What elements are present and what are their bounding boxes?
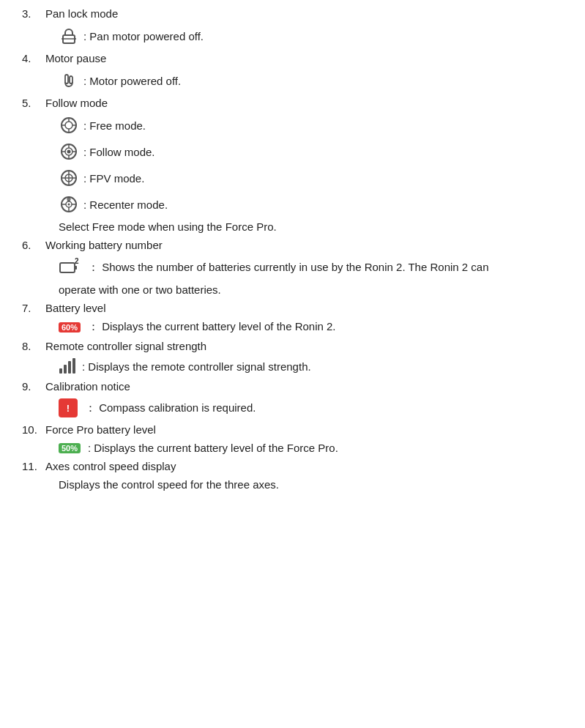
sub-item-6-1-text: ： Shows the number of batteries currentl… bbox=[88, 261, 489, 275]
item-number-11: 11. bbox=[22, 460, 45, 472]
content-area: 3. Pan lock mode : Pan motor powered off… bbox=[22, 7, 563, 491]
list-item-9: 9. Calibration notice ! ： Compass calibr… bbox=[22, 380, 563, 417]
svg-point-27 bbox=[68, 204, 70, 206]
item-number-10: 10. bbox=[22, 423, 45, 436]
sub-item-5-4: : Recenter mode. bbox=[59, 194, 563, 215]
follow-mode-icon bbox=[59, 141, 79, 162]
free-mode-icon bbox=[59, 115, 79, 135]
sub-item-5-1-text: : Free mode. bbox=[83, 119, 146, 132]
svg-point-5 bbox=[65, 122, 72, 129]
battery-number-icon: 2 bbox=[59, 257, 83, 278]
item-title-11: Axes control speed display bbox=[45, 460, 176, 472]
list-item-10: 10. Force Pro battery level 50% : Displa… bbox=[22, 423, 563, 454]
battery-60-icon: 60% bbox=[59, 322, 83, 333]
fpv-mode-icon bbox=[59, 168, 79, 188]
item-title-6: Working battery number bbox=[45, 239, 163, 251]
svg-rect-34 bbox=[68, 361, 71, 374]
item-title-5: Follow mode bbox=[45, 97, 108, 109]
svg-text:2: 2 bbox=[75, 257, 79, 265]
svg-rect-30 bbox=[75, 266, 77, 270]
sub-item-8-1-text: : Displays the remote controller signal … bbox=[82, 360, 311, 373]
list-item-4: 4. Motor pause : Motor powered off. bbox=[22, 52, 563, 91]
sub-item-7-1: 60% ： Displays the current battery level… bbox=[59, 320, 563, 334]
list-item-3: 3. Pan lock mode : Pan motor powered off… bbox=[22, 7, 563, 46]
force-pro-battery-icon: 50% bbox=[59, 443, 83, 453]
sub-item-5-2: : Follow mode. bbox=[59, 141, 563, 162]
compass-badge: ! bbox=[59, 398, 78, 417]
svg-rect-33 bbox=[64, 365, 67, 374]
item-5-note: Select Free mode when using the Force Pr… bbox=[59, 220, 563, 233]
pan-lock-icon bbox=[59, 26, 79, 46]
item-6-continuation: operate with one or two batteries. bbox=[59, 283, 563, 296]
compass-calibration-icon: ! bbox=[59, 398, 81, 417]
item-number-7: 7. bbox=[22, 302, 45, 314]
list-item-7: 7. Battery level 60% ： Displays the curr… bbox=[22, 302, 563, 334]
svg-point-16 bbox=[67, 150, 71, 154]
list-item-6: 6. Working battery number 2 ： Shows the … bbox=[22, 239, 563, 296]
sub-item-4-1: : Motor powered off. bbox=[59, 70, 563, 91]
sub-item-3-1: : Pan motor powered off. bbox=[59, 26, 563, 46]
motor-pause-icon bbox=[59, 70, 79, 91]
svg-rect-32 bbox=[59, 368, 62, 374]
sub-item-5-3-text: : FPV mode. bbox=[83, 172, 144, 185]
item-11-continuation: Displays the control speed for the three… bbox=[59, 478, 563, 491]
sub-item-8-1: : Displays the remote controller signal … bbox=[59, 358, 563, 374]
item-number-4: 4. bbox=[22, 52, 45, 64]
item-title-4: Motor pause bbox=[45, 52, 106, 64]
item-title-9: Calibration notice bbox=[45, 380, 130, 393]
sub-item-7-1-text: ： Displays the current battery level of … bbox=[88, 320, 336, 334]
sub-item-10-1: 50% : Displays the current battery level… bbox=[59, 442, 563, 454]
item-number-9: 9. bbox=[22, 380, 45, 393]
sub-item-5-4-text: : Recenter mode. bbox=[83, 198, 168, 211]
list-item-8: 8. Remote controller signal strength : D… bbox=[22, 340, 563, 374]
item-number-8: 8. bbox=[22, 340, 45, 352]
signal-strength-icon bbox=[59, 358, 78, 374]
sub-item-5-2-text: : Follow mode. bbox=[83, 146, 155, 158]
item-number-3: 3. bbox=[22, 7, 45, 20]
sub-item-9-1: ! ： Compass calibration is required. bbox=[59, 398, 563, 417]
battery-50-badge: 50% bbox=[59, 443, 81, 453]
list-item-5: 5. Follow mode : Free mode. bbox=[22, 97, 563, 233]
sub-item-4-1-text: : Motor powered off. bbox=[83, 75, 181, 87]
item-title-10: Force Pro battery level bbox=[45, 423, 156, 436]
sub-item-6-1: 2 ： Shows the number of batteries curren… bbox=[59, 257, 563, 278]
item-title-3: Pan lock mode bbox=[45, 7, 118, 20]
recenter-mode-icon bbox=[59, 194, 79, 215]
item-number-6: 6. bbox=[22, 239, 45, 251]
sub-item-9-1-text: ： Compass calibration is required. bbox=[85, 401, 256, 415]
list-item-11: 11. Axes control speed display Displays … bbox=[22, 460, 563, 491]
item-title-7: Battery level bbox=[45, 302, 106, 314]
battery-60-badge: 60% bbox=[59, 322, 81, 333]
svg-rect-35 bbox=[72, 358, 75, 374]
sub-item-10-1-text: : Displays the current battery level of … bbox=[88, 442, 338, 454]
svg-rect-29 bbox=[60, 263, 75, 272]
sub-item-5-1: : Free mode. bbox=[59, 115, 563, 135]
item-title-8: Remote controller signal strength bbox=[45, 340, 206, 352]
sub-item-3-1-text: : Pan motor powered off. bbox=[83, 30, 204, 42]
sub-item-5-3: : FPV mode. bbox=[59, 168, 563, 188]
item-number-5: 5. bbox=[22, 97, 45, 109]
